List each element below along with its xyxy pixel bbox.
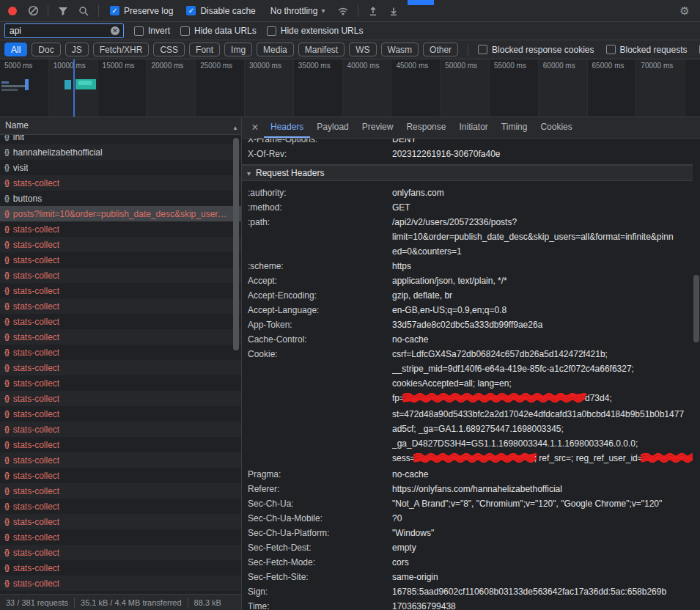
header-row: Accept-Language:en-GB,en-US;q=0.9,en;q=0…: [242, 303, 693, 317]
blocked-response-cookies-checkbox[interactable]: Blocked response cookies: [478, 45, 594, 55]
header-name: Sec-Ch-Ua-Mobile:: [242, 511, 392, 526]
request-row[interactable]: {}stats-collect: [0, 298, 241, 314]
search-button[interactable]: [74, 2, 93, 20]
header-row: Sec-Ch-Ua-Platform:"Windows": [242, 526, 693, 540]
request-row[interactable]: {}stats-collect: [0, 283, 241, 298]
request-row[interactable]: {}stats-collect: [0, 314, 241, 329]
tab-response[interactable]: Response: [399, 117, 452, 138]
type-filter-ws[interactable]: WS: [349, 43, 376, 56]
name-column-header[interactable]: Name: [0, 117, 241, 135]
header-name: Referer:: [242, 482, 392, 496]
network-conditions-icon: [337, 6, 349, 16]
hide-extension-urls-label: Hide extension URLs: [281, 26, 364, 36]
details-scrollbar[interactable]: [693, 139, 700, 610]
request-row[interactable]: {}stats-collect: [0, 437, 241, 452]
timeline-tick-label: 15000 ms: [103, 62, 135, 70]
throttling-value: No throttling: [270, 6, 318, 16]
request-row[interactable]: {}stats-collect: [0, 499, 241, 514]
request-row[interactable]: {}stats-collect: [0, 268, 241, 283]
tab-preview[interactable]: Preview: [355, 117, 400, 138]
tab-timing[interactable]: Timing: [495, 117, 534, 138]
request-list-scrollbar[interactable]: ▲: [232, 136, 240, 592]
request-row[interactable]: {}hannahelizabethofficial: [0, 144, 241, 160]
settings-gear-icon[interactable]: ⚙: [675, 2, 694, 20]
chevron-down-icon: ▾: [321, 7, 325, 15]
request-name: stats-collect: [13, 363, 59, 373]
request-row[interactable]: {}stats-collect: [0, 576, 241, 591]
header-row: Referer:https://onlyfans.com/hannaheliza…: [242, 482, 693, 496]
request-row[interactable]: {}stats-collect: [0, 375, 241, 391]
request-row[interactable]: {}buttons: [0, 191, 241, 206]
request-row[interactable]: {}init: [0, 135, 241, 144]
record-button[interactable]: [3, 2, 22, 20]
scrollbar-thumb[interactable]: [693, 275, 699, 342]
type-filter-img[interactable]: Img: [224, 43, 252, 56]
header-row: Time:1703636799438: [242, 599, 693, 610]
request-row[interactable]: {}stats-collect: [0, 560, 241, 576]
request-row[interactable]: {}stats-collect: [0, 329, 241, 345]
import-har-button[interactable]: [364, 2, 383, 20]
request-name: stats-collect: [13, 271, 59, 281]
request-row[interactable]: {}stats-collect: [0, 360, 241, 375]
filter-toggle-button[interactable]: [54, 2, 73, 20]
clear-filter-icon[interactable]: ✕: [111, 26, 119, 35]
timeline-column: 15000 ms: [98, 59, 147, 117]
type-filter-other[interactable]: Other: [423, 43, 458, 56]
scrollbar-thumb[interactable]: [233, 138, 239, 350]
request-list-panel: Name {}init{}hannahelizabethofficial{}vi…: [0, 117, 242, 610]
request-row[interactable]: {}stats-collect: [0, 545, 241, 560]
request-row[interactable]: {}stats-collect: [0, 422, 241, 437]
request-row[interactable]: {}stats-collect: [0, 529, 241, 545]
throttling-select[interactable]: No throttling ▾: [270, 6, 325, 16]
tab-initiator[interactable]: Initiator: [452, 117, 494, 138]
checkbox-unchecked: [267, 26, 276, 36]
scroll-up-arrow-icon[interactable]: ▲: [232, 125, 238, 131]
clear-button[interactable]: [23, 2, 43, 20]
invert-checkbox[interactable]: Invert: [134, 26, 170, 36]
header-name: Sign:: [242, 584, 392, 599]
filter-input[interactable]: api ✕: [4, 23, 124, 38]
type-filter-media[interactable]: Media: [257, 43, 294, 56]
tab-headers[interactable]: Headers: [264, 117, 310, 138]
request-row[interactable]: {}stats-collect: [0, 237, 241, 252]
timeline-tick-label: 65000 ms: [592, 62, 625, 70]
disable-cache-checkbox[interactable]: ✓ Disable cache: [186, 6, 255, 16]
request-row[interactable]: {}stats-collect: [0, 175, 241, 191]
blocked-requests-checkbox[interactable]: Blocked requests: [606, 45, 688, 55]
tab-payload[interactable]: Payload: [310, 117, 355, 138]
request-name: stats-collect: [13, 286, 59, 296]
request-row[interactable]: {}stats-collect: [0, 452, 241, 468]
type-filter-all[interactable]: All: [4, 43, 27, 56]
hide-data-urls-checkbox[interactable]: Hide data URLs: [180, 26, 257, 36]
type-filter-font[interactable]: Font: [189, 43, 220, 56]
request-row[interactable]: {}visit: [0, 160, 241, 175]
type-filter-fetch-xhr[interactable]: Fetch/XHR: [93, 43, 150, 56]
request-row[interactable]: {}stats-collect: [0, 468, 241, 483]
request-row[interactable]: {}stats-collect: [0, 221, 241, 237]
type-filter-js[interactable]: JS: [65, 43, 89, 56]
preserve-log-checkbox[interactable]: ✓ Preserve log: [110, 6, 173, 16]
request-row[interactable]: {}stats-collect: [0, 514, 241, 529]
type-filter-css[interactable]: CSS: [153, 43, 185, 56]
tab-cookies[interactable]: Cookies: [534, 117, 578, 138]
network-conditions-button[interactable]: [334, 2, 353, 20]
disclosure-caret-icon: ▾: [247, 169, 251, 177]
request-row-selected[interactable]: {}posts?limit=10&order=publish_date_desc…: [0, 206, 241, 221]
request-row[interactable]: {}stats-collect: [0, 406, 241, 422]
export-har-button[interactable]: [384, 2, 403, 20]
request-name: stats-collect: [13, 517, 59, 527]
type-filter-manifest[interactable]: Manifest: [298, 43, 345, 56]
request-rows: {}init{}hannahelizabethofficial{}visit{}…: [0, 135, 241, 594]
type-filter-doc[interactable]: Doc: [32, 43, 60, 56]
close-details-icon[interactable]: ×: [246, 117, 264, 138]
request-row[interactable]: {}stats-collect: [0, 391, 241, 406]
request-row[interactable]: {}stats-collect: [0, 483, 241, 499]
timeline-overview[interactable]: 5000 ms10000 ms15000 ms20000 ms25000 ms3…: [0, 59, 700, 117]
request-headers-section-header[interactable]: ▾Request Headers: [242, 165, 693, 181]
request-row[interactable]: {}stats-collect: [0, 345, 241, 360]
hide-extension-urls-checkbox[interactable]: Hide extension URLs: [267, 26, 364, 36]
type-filter-wasm[interactable]: Wasm: [381, 43, 419, 56]
request-row[interactable]: {}stats-collect: [0, 252, 241, 268]
header-row: :authority:onlyfans.com: [242, 185, 693, 200]
disable-cache-label: Disable cache: [200, 6, 255, 16]
